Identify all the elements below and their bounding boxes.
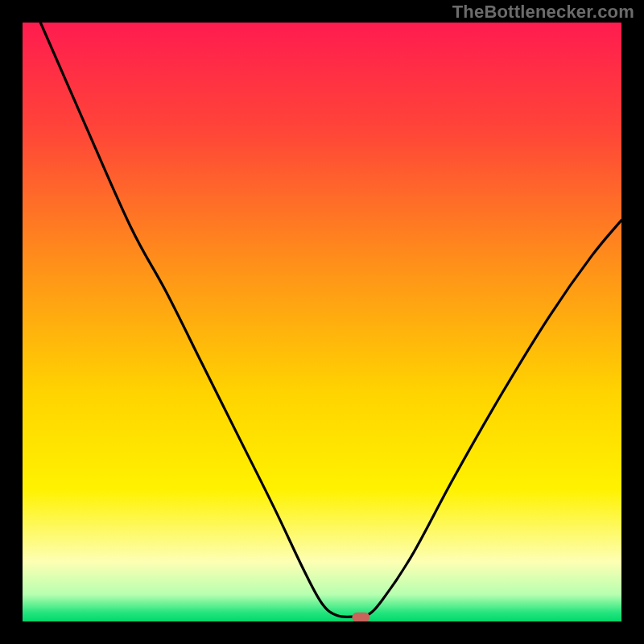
plot-background-gradient <box>23 23 621 621</box>
optimal-point-marker <box>352 613 369 622</box>
chart-svg <box>0 0 644 644</box>
chart-frame: { "attribution": "TheBottlenecker.com", … <box>0 0 644 644</box>
attribution-text: TheBottlenecker.com <box>452 2 634 23</box>
